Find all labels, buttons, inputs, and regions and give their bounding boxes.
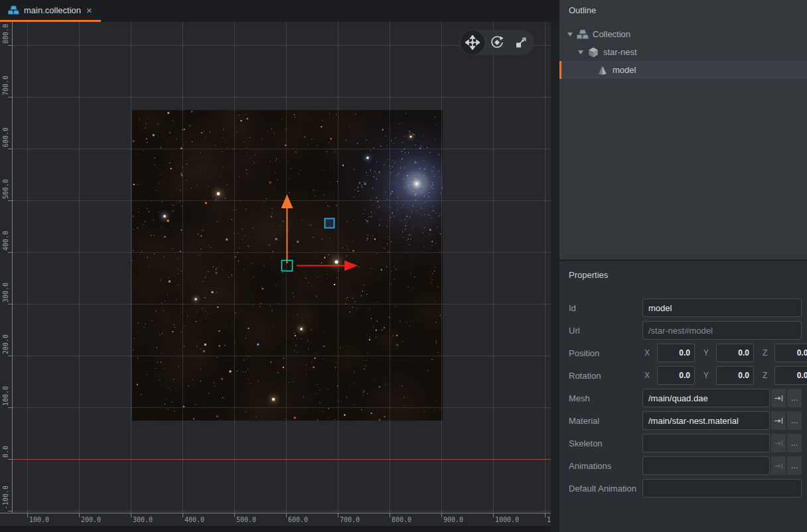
mesh-label: Mesh xyxy=(569,393,642,403)
side-panel: Outline Collection xyxy=(559,0,807,532)
tree-row-collection[interactable]: Collection xyxy=(559,25,807,43)
properties-panel: Properties Id Url Position X Y Z xyxy=(559,261,807,532)
rotation-x-input[interactable] xyxy=(657,366,695,385)
id-label: Id xyxy=(569,303,642,313)
position-x-input[interactable] xyxy=(657,344,695,362)
collection-icon xyxy=(577,29,589,40)
material-input[interactable] xyxy=(642,411,770,430)
tab-label: main.collection xyxy=(24,5,81,15)
property-row-default-animation: Default Animation xyxy=(569,479,802,498)
position-z-input[interactable] xyxy=(774,344,807,362)
horizontal-ruler: 100.0200.0300.0400.0500.0600.0700.0800.0… xyxy=(0,513,551,526)
property-row-animations: Animations ... xyxy=(569,456,802,475)
z-axis-label: Z xyxy=(763,348,767,358)
tab-close-icon[interactable]: × xyxy=(86,5,93,15)
open-resource-icon xyxy=(774,462,783,470)
editor-window: main.collection × xyxy=(0,0,807,532)
rotate-tool-button[interactable] xyxy=(485,31,509,54)
x-axis-label: X xyxy=(644,371,650,380)
open-resource-button[interactable] xyxy=(771,411,786,430)
chevron-down-icon[interactable] xyxy=(567,33,573,36)
y-ruler-label: 400.0 xyxy=(2,231,9,251)
tree-item-label: Collection xyxy=(593,29,630,39)
position-label: Position xyxy=(569,348,642,358)
tree-item-label: star-nest xyxy=(603,47,637,57)
x-ruler-label: 400.0 xyxy=(184,516,204,523)
viewport-bottom-strip xyxy=(0,526,551,532)
z-axis-label: Z xyxy=(763,371,767,380)
tab-bar: main.collection × xyxy=(0,0,559,22)
animations-input[interactable] xyxy=(642,456,770,475)
x-ruler-label: 300.0 xyxy=(133,516,153,523)
x-ruler-label: 900.0 xyxy=(443,516,463,523)
browse-resource-button[interactable]: ... xyxy=(787,434,802,452)
collection-icon xyxy=(8,5,19,15)
outline-tree: Collection star-nest xyxy=(559,25,807,79)
material-label: Material xyxy=(569,416,642,426)
y-ruler-label: 600.0 xyxy=(2,127,9,147)
x-ruler-label: 100.0 xyxy=(29,516,49,523)
property-row-rotation: Rotation X Y Z xyxy=(569,366,802,385)
x-ruler-label: 1000.0 xyxy=(495,516,519,523)
x-ruler-label: 700.0 xyxy=(340,516,360,523)
position-y-input[interactable] xyxy=(716,344,754,362)
x-ruler-label: 600.0 xyxy=(288,516,308,523)
property-row-position: Position X Y Z xyxy=(569,344,802,362)
selection-accent-bar xyxy=(559,61,561,79)
model-icon xyxy=(597,64,609,76)
tree-row-model[interactable]: model xyxy=(559,61,807,79)
open-resource-button xyxy=(771,434,786,452)
rotation-y-input[interactable] xyxy=(716,366,754,385)
y-ruler-label: 500.0 xyxy=(2,179,9,199)
property-row-url: Url xyxy=(569,321,802,340)
property-row-id: Id xyxy=(569,299,802,317)
url-input xyxy=(642,321,802,340)
id-input[interactable] xyxy=(642,299,802,317)
y-axis-label: Y xyxy=(703,371,709,380)
move-tool-button[interactable] xyxy=(461,31,484,54)
origin-axis-line xyxy=(13,459,551,460)
viewport-right-strip xyxy=(551,22,559,532)
open-resource-button[interactable] xyxy=(771,389,786,407)
default-animation-label: Default Animation xyxy=(569,484,642,494)
property-rows: Id Url Position X Y Z Rotati xyxy=(559,299,807,501)
url-label: Url xyxy=(569,326,642,336)
tree-item-label: model xyxy=(613,65,636,75)
open-resource-icon xyxy=(774,417,783,425)
scale-icon xyxy=(514,36,528,49)
x-ruler-label: 500.0 xyxy=(236,516,256,523)
scale-tool-button[interactable] xyxy=(509,31,533,54)
scene-viewport[interactable]: 800.0700.0600.0500.0400.0300.0200.0100.0… xyxy=(0,22,559,532)
vertical-ruler: 800.0700.0600.0500.0400.0300.0200.0100.0… xyxy=(0,22,13,513)
y-axis-label: Y xyxy=(703,348,709,358)
rotate-icon xyxy=(490,35,504,50)
browse-resource-button[interactable]: ... xyxy=(787,456,802,475)
outline-header: Outline xyxy=(559,0,807,15)
scene-editor-pane: main.collection × xyxy=(0,0,559,532)
browse-resource-button[interactable]: ... xyxy=(787,411,802,430)
y-ruler-label: 0.0 xyxy=(2,446,9,458)
property-row-mesh: Mesh ... xyxy=(569,389,802,407)
x-ruler-label: 200.0 xyxy=(81,516,101,523)
tab-main-collection[interactable]: main.collection × xyxy=(0,0,101,22)
rotation-label: Rotation xyxy=(569,371,642,381)
open-resource-icon xyxy=(774,395,783,402)
property-row-skeleton: Skeleton ... xyxy=(569,434,802,452)
mesh-input[interactable] xyxy=(642,389,770,407)
game-object-icon xyxy=(587,46,599,58)
rotation-z-input[interactable] xyxy=(774,366,807,385)
open-resource-button xyxy=(771,456,786,475)
outline-panel: Outline Collection xyxy=(559,0,807,259)
animations-label: Animations xyxy=(569,461,642,471)
chevron-down-icon[interactable] xyxy=(578,50,583,54)
y-ruler-label: 300.0 xyxy=(2,283,9,302)
default-animation-input[interactable] xyxy=(642,479,802,498)
y-ruler-label: 100.0 xyxy=(2,386,9,406)
tree-row-star-nest[interactable]: star-nest xyxy=(559,43,807,61)
browse-resource-button[interactable]: ... xyxy=(787,389,802,407)
skeleton-input[interactable] xyxy=(642,434,770,452)
star-nest-quad[interactable] xyxy=(132,110,443,421)
x-ruler-label: 800.0 xyxy=(392,516,411,523)
y-ruler-label: 200.0 xyxy=(2,334,9,354)
y-ruler-label: -100.0 xyxy=(2,486,9,509)
